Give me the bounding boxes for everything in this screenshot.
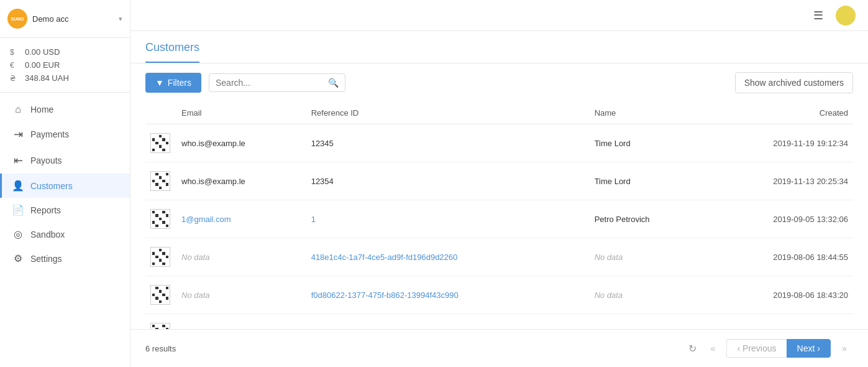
avatar[interactable] bbox=[836, 6, 856, 26]
row-email: No data bbox=[176, 276, 306, 314]
row-created: 2019-07-11 16:20:04 bbox=[704, 314, 853, 330]
table-row[interactable]: test@gmail.coma88bc2ec-de0a-4f9d-a027-dd… bbox=[145, 314, 853, 330]
row-email: 1@gmail.com bbox=[176, 200, 306, 238]
sidebar-item-label: Home bbox=[30, 105, 53, 114]
row-avatar bbox=[145, 200, 176, 238]
sidebar-item-customers[interactable]: 👤 Customers bbox=[0, 174, 130, 198]
first-page-icon[interactable]: « bbox=[704, 338, 721, 358]
balance-eur: € 0.00 EUR bbox=[10, 58, 120, 72]
customers-table: Email Reference ID Name Created who.is@e… bbox=[145, 102, 853, 329]
row-name: Time Lord bbox=[590, 124, 704, 162]
row-name: No data bbox=[590, 238, 704, 276]
next-button[interactable]: Next › bbox=[787, 339, 831, 358]
row-email: who.is@examp.le bbox=[176, 162, 306, 200]
row-email: who.is@examp.le bbox=[176, 124, 306, 162]
sidebar: SUMO Demo acc ▾ $ 0.00 USD € 0.00 EUR ₴ … bbox=[0, 0, 130, 367]
row-name: Time Lord bbox=[590, 162, 704, 200]
account-name: Demo acc bbox=[32, 14, 119, 24]
topbar: ☰ bbox=[130, 0, 868, 31]
row-avatar bbox=[145, 124, 176, 162]
content-area: Customers ▼ Filters 🔍 Show archived cust… bbox=[130, 31, 868, 367]
col-created: Created bbox=[704, 102, 853, 124]
sidebar-item-label: Settings bbox=[30, 254, 62, 264]
logo: SUMO bbox=[7, 9, 27, 29]
next-chevron-icon: › bbox=[817, 343, 820, 353]
row-ref-id: 12354 bbox=[306, 162, 590, 200]
sidebar-item-payments[interactable]: ⇥ Payments bbox=[0, 121, 130, 147]
prev-chevron-icon: ‹ bbox=[737, 343, 740, 353]
sidebar-item-label: Customers bbox=[30, 181, 73, 191]
page-header: Customers bbox=[130, 31, 868, 63]
page-title: Customers bbox=[145, 41, 199, 63]
payments-icon: ⇥ bbox=[12, 128, 24, 141]
notifications-icon[interactable]: ☰ bbox=[808, 6, 828, 26]
sidebar-item-label: Sandbox bbox=[30, 230, 65, 239]
customers-table-container: Email Reference ID Name Created who.is@e… bbox=[130, 102, 868, 329]
table-row[interactable]: 1@gmail.com1Petro Petrovich2019-09-05 13… bbox=[145, 200, 853, 238]
previous-button[interactable]: ‹ Previous bbox=[726, 339, 786, 358]
row-email: No data bbox=[176, 238, 306, 276]
search-box: 🔍 bbox=[209, 73, 345, 92]
show-archived-button[interactable]: Show archived customers bbox=[735, 72, 853, 93]
row-created: 2019-08-06 18:43:20 bbox=[704, 276, 853, 314]
results-count: 6 results bbox=[145, 344, 683, 353]
row-created: 2019-11-13 20:25:34 bbox=[704, 162, 853, 200]
row-avatar bbox=[145, 162, 176, 200]
settings-icon: ⚙ bbox=[12, 253, 24, 264]
col-email: Email bbox=[176, 102, 306, 124]
row-email: test@gmail.com bbox=[176, 314, 306, 330]
row-created: 2019-11-19 19:12:34 bbox=[704, 124, 853, 162]
table-row[interactable]: who.is@examp.le12354Time Lord2019-11-13 … bbox=[145, 162, 853, 200]
balances-section: $ 0.00 USD € 0.00 EUR ₴ 348.84 UAH bbox=[0, 38, 130, 93]
sidebar-item-label: Payments bbox=[30, 129, 69, 139]
row-ref-id: a88bc2ec-de0a-4f9d-a027-ddd51352baa4 bbox=[306, 314, 590, 330]
payouts-icon: ⇤ bbox=[12, 154, 24, 167]
sidebar-item-payouts[interactable]: ⇤ Payouts bbox=[0, 147, 130, 174]
search-input[interactable] bbox=[216, 78, 324, 88]
row-avatar bbox=[145, 238, 176, 276]
reports-icon: 📄 bbox=[12, 204, 24, 216]
home-icon: ⌂ bbox=[12, 104, 24, 115]
chevron-down-icon: ▾ bbox=[119, 15, 122, 23]
col-ref-id: Reference ID bbox=[306, 102, 590, 124]
row-avatar bbox=[145, 276, 176, 314]
sidebar-item-label: Reports bbox=[30, 205, 61, 215]
toolbar: ▼ Filters 🔍 Show archived customers bbox=[130, 63, 868, 102]
last-page-icon[interactable]: » bbox=[836, 338, 853, 358]
row-avatar bbox=[145, 314, 176, 330]
main-nav: ⌂ Home ⇥ Payments ⇤ Payouts 👤 Customers … bbox=[0, 93, 130, 276]
sidebar-item-reports[interactable]: 📄 Reports bbox=[0, 198, 130, 222]
row-name: No data bbox=[590, 276, 704, 314]
customers-icon: 👤 bbox=[12, 180, 24, 192]
sidebar-item-settings[interactable]: ⚙ Settings bbox=[0, 246, 130, 271]
row-ref-id: 418e1c4c-1a7f-4ce5-ad9f-fd196d9d2260 bbox=[306, 238, 590, 276]
filters-button[interactable]: ▼ Filters bbox=[145, 73, 201, 93]
row-name: No data bbox=[590, 314, 704, 330]
account-header[interactable]: SUMO Demo acc ▾ bbox=[0, 0, 130, 38]
col-avatar bbox=[145, 102, 176, 124]
row-ref-id: 1 bbox=[306, 200, 590, 238]
row-created: 2019-09-05 13:32:06 bbox=[704, 200, 853, 238]
balance-usd: $ 0.00 USD bbox=[10, 45, 120, 58]
filter-icon: ▼ bbox=[155, 78, 164, 88]
main-content: ☰ Customers ▼ Filters 🔍 Show archived cu… bbox=[130, 0, 868, 367]
refresh-icon[interactable]: ↻ bbox=[688, 343, 697, 355]
sidebar-item-label: Payouts bbox=[30, 156, 62, 165]
row-name: Petro Petrovich bbox=[590, 200, 704, 238]
sidebar-item-home[interactable]: ⌂ Home bbox=[0, 98, 130, 121]
table-row[interactable]: No data418e1c4c-1a7f-4ce5-ad9f-fd196d9d2… bbox=[145, 238, 853, 276]
sandbox-icon: ◎ bbox=[12, 228, 24, 240]
balance-uah: ₴ 348.84 UAH bbox=[10, 72, 120, 85]
pagination-group: ‹ Previous Next › bbox=[726, 339, 831, 358]
col-name: Name bbox=[590, 102, 704, 124]
row-ref-id: 12345 bbox=[306, 124, 590, 162]
table-header-row: Email Reference ID Name Created bbox=[145, 102, 853, 124]
search-icon: 🔍 bbox=[328, 78, 339, 88]
pagination-bar: 6 results ↻ « ‹ Previous Next › » bbox=[130, 329, 868, 367]
row-ref-id: f0d80622-1377-475f-b862-13994f43c990 bbox=[306, 276, 590, 314]
table-row[interactable]: who.is@examp.le12345Time Lord2019-11-19 … bbox=[145, 124, 853, 162]
table-row[interactable]: No dataf0d80622-1377-475f-b862-13994f43c… bbox=[145, 276, 853, 314]
row-created: 2019-08-06 18:44:55 bbox=[704, 238, 853, 276]
sidebar-item-sandbox[interactable]: ◎ Sandbox bbox=[0, 222, 130, 246]
